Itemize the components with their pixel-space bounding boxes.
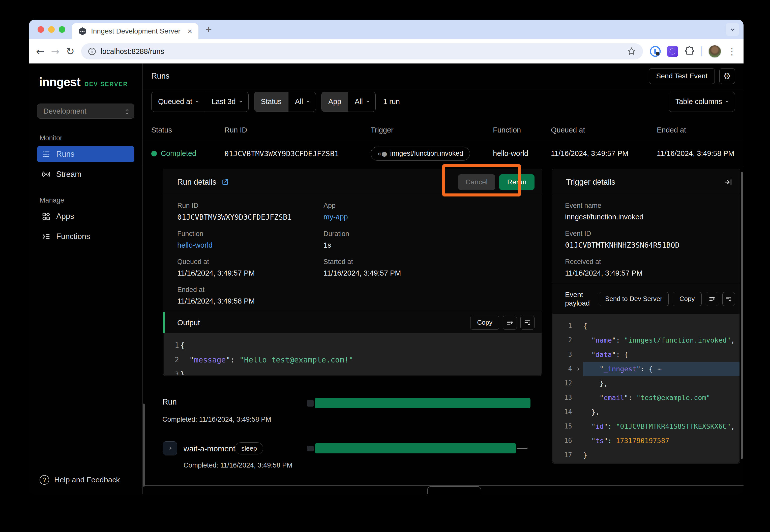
timeline-step-bar[interactable] [315, 443, 516, 453]
load-more-button-partial[interactable] [427, 486, 481, 494]
code-line: 2 "name": "inngest/function.invoked", [552, 333, 740, 347]
scroll-to-bottom-button[interactable] [520, 316, 534, 330]
purple-extension-icon[interactable] [667, 46, 678, 57]
profile-avatar[interactable] [708, 45, 721, 58]
external-link-icon[interactable] [222, 178, 229, 186]
code-line: 13 "email": "test@example.com" [552, 390, 740, 405]
tab-strip: Inngest Development Server × + [29, 20, 744, 39]
queued-at-filter[interactable]: Queued at Last 3d [151, 92, 249, 112]
send-to-dev-server-button[interactable]: Send to Dev Server [599, 292, 669, 306]
payload-word-wrap-button[interactable] [706, 292, 718, 306]
extensions-puzzle-icon[interactable] [684, 46, 695, 57]
close-window-button[interactable] [38, 26, 44, 33]
app-filter[interactable]: App All [322, 92, 376, 112]
started-at-label: Started at [324, 258, 528, 266]
browser-menu-icon[interactable]: ⋮ [727, 46, 736, 57]
word-wrap-button[interactable] [503, 316, 517, 330]
address-bar[interactable]: localhost:8288/runs [81, 43, 643, 59]
code-line-collapsed[interactable]: 4 "_inngest": { ⋯ [552, 362, 740, 376]
timeline-run-bar[interactable] [315, 398, 530, 408]
monitor-section-label: Monitor [37, 134, 134, 142]
sidebar-item-label: Apps [56, 212, 74, 221]
scroll-down-icon [524, 319, 531, 326]
table-columns-button[interactable]: Table columns [669, 92, 735, 112]
timeline-step-stub [307, 446, 314, 451]
updown-chevron-icon [126, 109, 128, 114]
send-test-event-button[interactable]: Send Test Event [649, 68, 715, 84]
trigger-details-title: Trigger details [566, 178, 615, 187]
manage-section-label: Manage [37, 196, 134, 204]
forward-icon[interactable]: → [51, 46, 60, 57]
timeline-step-label: wait-a-moment [183, 444, 235, 453]
code-line: 3 "data": { [552, 347, 740, 362]
help-icon: ? [40, 475, 49, 485]
code-line: 15 "id": "01JCVBTMTKR41S8STTKEXSKX6C", [552, 419, 740, 434]
back-icon[interactable]: ← [36, 46, 45, 57]
cancel-button[interactable]: Cancel [458, 174, 495, 190]
app-link[interactable]: my-app [324, 213, 528, 221]
status-dot [151, 151, 157, 156]
help-and-feedback[interactable]: ? Help and Feedback [40, 475, 120, 485]
received-at-label: Received at [565, 258, 727, 266]
run-details-area: Run details Cancel Rerun Run ID 01JCVBTM… [143, 166, 744, 494]
window-controls[interactable] [38, 26, 65, 33]
trigger-badge[interactable]: «● inngest/function.invoked [371, 147, 470, 161]
event-name-value: inngest/function.invoked [565, 213, 727, 221]
sidebar-item-stream[interactable]: Stream [37, 166, 134, 182]
rerun-button[interactable]: Rerun [499, 174, 534, 190]
function-link[interactable]: hello-world [177, 241, 324, 249]
table-row[interactable]: Completed 01JCVBTMV3WXY9D3CFDEJFZSB1 «● … [143, 141, 744, 166]
run-details-card: Run details Cancel Rerun Run ID 01JCVBTM… [163, 169, 542, 376]
environment-selector[interactable]: Development [37, 104, 134, 119]
url-text[interactable]: localhost:8288/runs [101, 47, 164, 56]
minimize-window-button[interactable] [48, 26, 55, 33]
zoom-window-button[interactable] [59, 26, 65, 33]
queued-at-label: Queued at [158, 97, 192, 106]
sidebar-item-apps[interactable]: Apps [37, 208, 134, 224]
timeline-run-stub [307, 400, 314, 407]
runs-icon [42, 150, 51, 159]
word-wrap-icon [506, 319, 513, 326]
output-title: Output [177, 318, 200, 327]
new-tab-button[interactable]: + [206, 23, 212, 36]
toolbar-separator [701, 46, 702, 56]
tab-search-button[interactable] [726, 23, 739, 36]
status-filter[interactable]: Status All [254, 92, 316, 112]
settings-gear-button[interactable]: ⚙ [719, 68, 735, 84]
table-header: Status Run ID Trigger Function Queued at… [143, 114, 744, 141]
copy-output-button[interactable]: Copy [470, 316, 499, 330]
panel-scrollbar[interactable] [741, 172, 743, 459]
app-filter-value[interactable]: All [348, 92, 375, 112]
status-filter-label: Status [255, 92, 288, 112]
event-payload-code-block[interactable]: 1{ 2 "name": "inngest/function.invoked",… [552, 314, 740, 463]
chevron-down-icon [196, 99, 199, 102]
status-filter-value[interactable]: All [289, 92, 316, 112]
code-line: 2 "message": "Hello test@example.com!" [163, 353, 541, 367]
payload-scroll-to-bottom-button[interactable] [722, 292, 735, 306]
reload-icon[interactable]: ↻ [66, 46, 75, 57]
queued-at-cell: 11/16/2024, 3:49:57 PM [551, 149, 657, 158]
page-title: Runs [151, 72, 169, 81]
site-info-icon[interactable] [88, 47, 96, 56]
bookmark-star-icon[interactable] [627, 47, 636, 56]
copy-payload-button[interactable]: Copy [673, 292, 702, 306]
onepassword-extension-icon[interactable] [650, 46, 661, 57]
sidebar-item-label: Runs [56, 150, 74, 159]
expand-step-button[interactable] [163, 441, 177, 455]
tab-close-icon[interactable]: × [187, 27, 192, 36]
expand-chevron-icon[interactable] [572, 362, 583, 376]
ended-at-cell: 11/16/2024, 3:49:58 PM [657, 149, 735, 158]
sidebar-item-functions[interactable]: Functions [37, 228, 134, 245]
function-cell: hello-world [493, 149, 551, 158]
browser-tab[interactable]: Inngest Development Server × [72, 23, 199, 39]
code-line: 1{ [163, 338, 541, 353]
run-id-label: Run ID [177, 202, 324, 210]
column-header-run-id: Run ID [225, 126, 371, 134]
sidebar-item-runs[interactable]: Runs [37, 146, 134, 162]
collapse-panel-icon[interactable] [724, 178, 732, 186]
time-range-select[interactable]: Last 3d [205, 92, 248, 112]
main-scrollbar[interactable] [143, 404, 145, 487]
code-line: 16 "ts": 1731790197587 [552, 434, 740, 448]
queued-at-field-select[interactable]: Queued at [151, 92, 205, 112]
output-code-block[interactable]: 1{ 2 "message": "Hello test@example.com!… [163, 333, 541, 375]
